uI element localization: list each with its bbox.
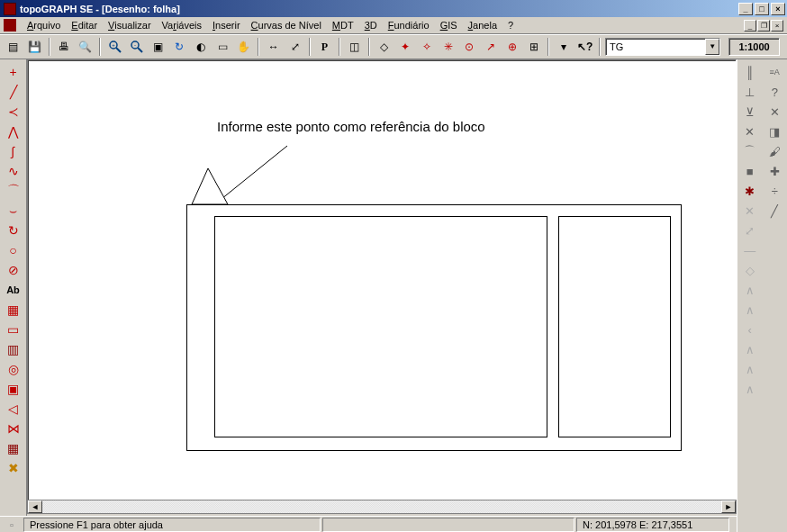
snap-8-icon[interactable]: ⊞ xyxy=(525,37,544,57)
zoom-in-icon[interactable]: + xyxy=(105,37,124,57)
menu-3d[interactable]: 3D xyxy=(359,18,383,32)
new-icon[interactable]: ▤ xyxy=(4,37,23,57)
pan-icon[interactable]: ✋ xyxy=(234,37,253,57)
menu-inserir[interactable]: Inserir xyxy=(207,18,246,32)
snap-2-icon[interactable]: ✦ xyxy=(396,37,415,57)
rtool-line2-icon[interactable]: ╱ xyxy=(764,202,784,220)
snap-4-icon[interactable]: ✳ xyxy=(439,37,457,57)
doc-icon[interactable] xyxy=(4,19,16,32)
rtool-fill-icon[interactable]: ■ xyxy=(740,162,760,180)
drawing-canvas[interactable]: Informe este ponto como referência do bl… xyxy=(27,59,737,518)
spline-tool-icon[interactable]: ∫ xyxy=(4,142,23,160)
rtool-help-icon[interactable]: ? xyxy=(764,83,784,101)
tool-2-icon[interactable]: ⤢ xyxy=(285,37,304,57)
layers-icon[interactable]: ◫ xyxy=(345,37,364,57)
refresh-icon[interactable]: ↻ xyxy=(170,37,189,57)
line-tool-icon[interactable]: ╱ xyxy=(4,83,23,101)
flag-tool-icon[interactable]: ◁ xyxy=(4,400,23,418)
rtool-d8-icon[interactable]: ∧ xyxy=(740,340,760,358)
rtool-attrs-icon[interactable]: ≡A xyxy=(764,63,784,81)
preview-icon[interactable]: 🔍 xyxy=(77,37,95,57)
snap-1-icon[interactable]: ◇ xyxy=(375,37,394,57)
link-tool-icon[interactable]: ⋈ xyxy=(4,419,23,437)
rtool-paint-icon[interactable]: 🖌 xyxy=(764,142,784,160)
polyline-tool-icon[interactable]: ≺ xyxy=(4,103,23,121)
rtool-d2-icon[interactable]: ⤢ xyxy=(740,221,760,239)
circle-tool-icon[interactable]: ○ xyxy=(4,241,23,259)
text-tool-icon[interactable]: Ab xyxy=(4,281,23,299)
select-tool-icon[interactable]: ▣ xyxy=(4,380,23,398)
tool-1-icon[interactable]: ↔ xyxy=(264,37,283,57)
maximize-button[interactable]: □ xyxy=(755,3,769,15)
print-icon[interactable]: 🖶 xyxy=(55,37,74,57)
curve-tool-icon[interactable]: ∿ xyxy=(4,162,23,180)
rtool-lines-icon[interactable]: ║ xyxy=(740,63,760,81)
snap-6-icon[interactable]: ↗ xyxy=(482,37,501,57)
rtool-d6-icon[interactable]: ∧ xyxy=(740,301,760,319)
rtool-anchor-icon[interactable]: ⊻ xyxy=(740,103,760,121)
rtool-d4-icon[interactable]: ◇ xyxy=(740,261,760,279)
save-icon[interactable]: 💾 xyxy=(25,37,44,57)
snap-5-icon[interactable]: ⊙ xyxy=(460,37,479,57)
text-bold-icon[interactable]: P xyxy=(315,37,334,57)
circle2-tool-icon[interactable]: ⊘ xyxy=(4,261,23,279)
rtool-star-icon[interactable]: ✱ xyxy=(740,182,760,200)
grid-tool-icon[interactable]: ▦ xyxy=(4,439,23,457)
snap-7-icon[interactable]: ⊕ xyxy=(503,37,522,57)
rtool-perp-icon[interactable]: ⊥ xyxy=(740,83,760,101)
horizontal-scrollbar[interactable]: ◄ ► xyxy=(27,500,737,514)
rtool-x2-icon[interactable]: ✕ xyxy=(764,103,784,121)
drawing-frame xyxy=(186,204,682,451)
rtool-d5-icon[interactable]: ∧ xyxy=(740,281,760,299)
hatch-tool-icon[interactable]: ▦ xyxy=(4,301,23,319)
scale-display[interactable]: 1:1000 xyxy=(728,38,780,56)
menu-gis[interactable]: GIS xyxy=(435,18,463,32)
zoom-window-icon[interactable]: ▣ xyxy=(149,37,167,57)
doc-minimize-button[interactable]: _ xyxy=(744,20,756,32)
ruler-tool-icon[interactable]: ▥ xyxy=(4,340,23,358)
scroll-track[interactable] xyxy=(42,500,721,513)
target-tool-icon[interactable]: ◎ xyxy=(4,360,23,378)
minimize-button[interactable]: _ xyxy=(738,3,753,15)
help-pointer-icon[interactable]: ↖? xyxy=(575,37,594,57)
scroll-left-icon[interactable]: ◄ xyxy=(28,500,42,513)
layer-dropdown[interactable]: TG ▼ xyxy=(605,38,720,56)
loop-tool-icon[interactable]: ↻ xyxy=(4,221,23,239)
svg-line-1 xyxy=(116,48,121,52)
menu-variaveis[interactable]: Variáveis xyxy=(157,18,207,32)
rtool-erase-icon[interactable]: ◨ xyxy=(764,122,784,140)
rtool-cross2-icon[interactable]: ✚ xyxy=(764,162,784,180)
rect-tool-icon[interactable]: ▭ xyxy=(4,320,23,338)
menu-janela[interactable]: Janela xyxy=(463,18,502,32)
snap-3-icon[interactable]: ✧ xyxy=(417,37,436,57)
menu-curvas[interactable]: Curvas de Nível xyxy=(246,18,327,32)
menu-mdt[interactable]: MDT xyxy=(327,18,359,32)
arc2-tool-icon[interactable]: ⌣ xyxy=(4,202,23,220)
close-button[interactable]: × xyxy=(771,3,785,15)
doc-restore-button[interactable]: ❐ xyxy=(757,20,770,32)
filter-icon[interactable]: ▾ xyxy=(554,37,573,57)
rtool-arc-icon[interactable]: ⌒ xyxy=(740,142,760,160)
doc-close-button[interactable]: × xyxy=(771,20,783,32)
zoom-out-icon[interactable]: - xyxy=(127,37,146,57)
chevron-down-icon[interactable]: ▼ xyxy=(705,39,719,55)
point-tool-icon[interactable]: + xyxy=(4,63,23,81)
menu-ajuda[interactable]: ? xyxy=(502,18,519,32)
menu-arquivo[interactable]: Arquivo xyxy=(22,18,66,32)
menu-editar[interactable]: Editar xyxy=(66,18,103,32)
rtool-d10-icon[interactable]: ∧ xyxy=(740,380,760,398)
menu-fundiario[interactable]: Fundiário xyxy=(383,18,435,32)
rtool-d3-icon[interactable]: — xyxy=(740,241,760,259)
rtool-d1-icon[interactable]: ✕ xyxy=(740,202,760,220)
cancel-tool-icon[interactable]: ✖ xyxy=(4,459,23,477)
rtool-d7-icon[interactable]: ‹ xyxy=(740,320,760,338)
arc-tool-icon[interactable]: ⌒ xyxy=(4,182,23,200)
zoom-rect-icon[interactable]: ▭ xyxy=(213,37,232,57)
zoom-previous-icon[interactable]: ◐ xyxy=(192,37,211,57)
zigzag-tool-icon[interactable]: ⋀ xyxy=(4,122,23,140)
rtool-d9-icon[interactable]: ∧ xyxy=(740,360,760,378)
menu-visualizar[interactable]: Visualizar xyxy=(103,18,157,32)
rtool-div-icon[interactable]: ÷ xyxy=(764,182,784,200)
rtool-cross-icon[interactable]: ✕ xyxy=(740,122,760,140)
scroll-right-icon[interactable]: ► xyxy=(721,500,736,513)
